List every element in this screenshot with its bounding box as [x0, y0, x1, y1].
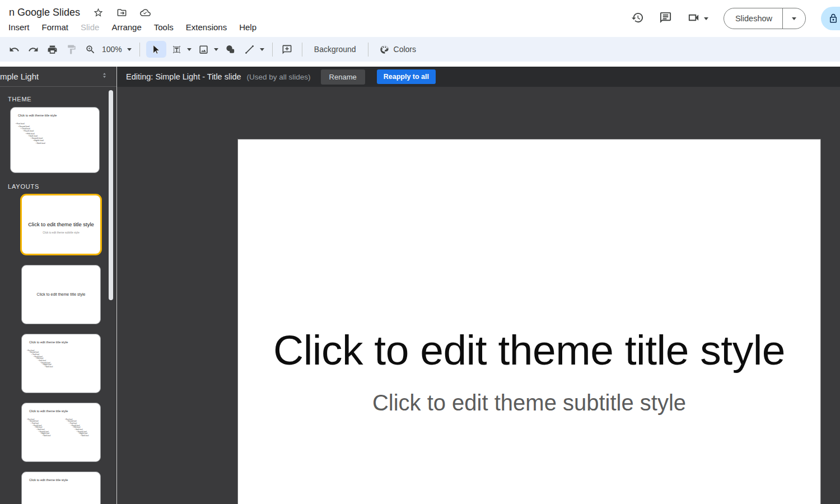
redo-button[interactable] [25, 41, 41, 58]
editing-label: Editing: Simple Light - Title slide [126, 72, 241, 81]
document-title[interactable]: n Google Slides [9, 7, 80, 18]
zoom-button[interactable] [82, 41, 99, 58]
toolbar-separator [139, 43, 140, 57]
redo-icon [28, 44, 39, 55]
layout-thumbnail-two-columns[interactable]: Click to edit theme title style • First … [21, 403, 101, 462]
toolbar-separator [302, 43, 302, 57]
select-tool-button[interactable] [146, 41, 166, 58]
menu-help[interactable]: Help [234, 21, 262, 34]
undo-icon [9, 44, 20, 55]
share-button[interactable] [821, 7, 840, 30]
toolbar-separator [368, 43, 368, 57]
line-icon [244, 44, 255, 55]
toolbar-separator [272, 43, 273, 57]
theme-sidebar: mple Light THEME Click to edit theme tit… [0, 67, 117, 504]
slideshow-options-button[interactable] [783, 8, 805, 29]
cloud-saved-icon[interactable] [139, 7, 151, 18]
slide-title-placeholder[interactable]: Click to edit theme title style [238, 326, 820, 374]
line-button[interactable] [241, 41, 258, 58]
menu-slide[interactable]: Slide [76, 21, 104, 34]
insert-image-button[interactable] [195, 41, 212, 58]
layouts-section-label: LAYOUTS [8, 183, 116, 190]
thumb-title: Click to edit theme title style [22, 292, 100, 296]
theme-name: mple Light [0, 72, 39, 81]
star-icon[interactable] [92, 7, 104, 18]
menu-tools[interactable]: Tools [149, 21, 179, 34]
thumb-title: Click to edit theme title style [18, 114, 57, 117]
shape-button[interactable] [222, 41, 239, 58]
comments-icon[interactable] [659, 11, 672, 26]
zoom-level-value[interactable]: 100% [102, 45, 122, 54]
thumb-title: Click to edit theme title style [29, 409, 68, 413]
menu-format[interactable]: Format [37, 21, 74, 34]
layout-thumbnail-title-slide[interactable]: Click to edit theme title style Click to… [20, 194, 102, 255]
toolbar: 100% Background Colors [0, 37, 840, 62]
thumb-title: Click to edit theme title style [29, 478, 68, 482]
text-box-button[interactable] [169, 41, 185, 58]
zoom-caret-icon[interactable] [126, 48, 133, 51]
sidebar-content: THEME Click to edit theme title style • … [0, 87, 116, 504]
menu-arrange[interactable]: Arrange [106, 21, 146, 34]
sidebar-scrollbar[interactable] [109, 90, 113, 300]
sidebar-header: mple Light [0, 67, 116, 87]
theme-master-thumbnail[interactable]: Click to edit theme title style • First … [10, 107, 100, 173]
move-folder-icon[interactable] [116, 7, 127, 18]
meet-caret-icon[interactable] [704, 17, 708, 20]
text-box-caret-icon[interactable] [186, 48, 193, 51]
thumb-title: Click to edit theme title style [22, 221, 100, 227]
palette-icon [379, 44, 390, 55]
layout-thumbnail-title-only[interactable]: Click to edit theme title style [21, 472, 101, 504]
thumb-bullet-list: • First level• Second level• Third level… [27, 349, 101, 368]
thumb-bullet-list-right: • First level• Second level• Third level… [65, 418, 101, 437]
sort-icon[interactable] [100, 71, 109, 82]
lock-icon [828, 13, 838, 24]
theme-section-label: THEME [8, 96, 116, 102]
image-caret-icon[interactable] [213, 48, 220, 51]
line-caret-icon[interactable] [259, 48, 265, 51]
editing-status-bar: Editing: Simple Light - Title slide (Use… [117, 67, 840, 87]
zoom-icon [85, 44, 96, 55]
print-icon [47, 44, 58, 55]
add-comment-button[interactable] [279, 41, 296, 58]
colors-button[interactable]: Colors [375, 44, 421, 55]
layout-thumbnail-section-header[interactable]: Click to edit theme title style [21, 265, 101, 324]
slide-subtitle-placeholder[interactable]: Click to edit theme subtitle style [238, 390, 820, 416]
slide[interactable]: Click to edit theme title style Click to… [238, 139, 820, 504]
image-icon [198, 44, 209, 55]
rename-button[interactable]: Rename [321, 69, 365, 85]
thumb-title: Click to edit theme title style [29, 340, 68, 344]
slide-canvas-area: Click to edit theme title style Click to… [117, 87, 840, 504]
menu-insert[interactable]: Insert [3, 21, 35, 34]
paint-format-icon [66, 44, 77, 55]
layout-thumbnail-title-body[interactable]: Click to edit theme title style • First … [21, 334, 101, 393]
slideshow-button[interactable]: Slideshow [724, 8, 783, 29]
meet-camera-icon[interactable] [687, 11, 700, 26]
paint-format-button[interactable] [63, 41, 80, 58]
undo-button[interactable] [6, 41, 22, 58]
colors-label: Colors [394, 45, 416, 54]
add-comment-icon [282, 44, 292, 55]
thumb-subtitle: Click to edit theme subtitle style [33, 231, 90, 234]
app-header: n Google Slides Insert Format Slide Arra… [0, 0, 840, 37]
print-button[interactable] [44, 41, 60, 58]
text-box-icon [171, 44, 182, 55]
background-button[interactable]: Background [309, 45, 362, 54]
menu-extensions[interactable]: Extensions [181, 21, 232, 34]
version-history-icon[interactable] [631, 11, 644, 26]
reapply-to-all-button[interactable]: Reapply to all [377, 69, 436, 84]
used-by-label: (Used by all slides) [247, 73, 311, 81]
select-cursor-icon [151, 44, 161, 55]
meet-controls[interactable] [687, 11, 708, 26]
slideshow-split-button: Slideshow [724, 8, 806, 29]
toolbar-gap [0, 62, 840, 67]
thumb-bullet-list: • First level• Second level• Third level… [16, 123, 100, 144]
shape-icon [225, 44, 236, 55]
